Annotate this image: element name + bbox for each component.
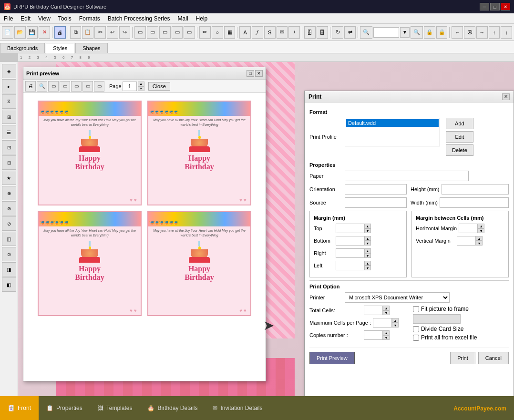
bottom-spinbox[interactable]: 0 ▲ ▼	[336, 236, 371, 246]
horiz-spinbox[interactable]: 6 ▲ ▼	[459, 224, 484, 233]
tab-styles[interactable]: Styles	[46, 43, 74, 53]
top-up[interactable]: ▲	[364, 224, 371, 228]
left-down[interactable]: ▼	[364, 266, 371, 270]
orientation-input[interactable]: Portrait	[345, 184, 407, 195]
copies-arrows[interactable]: ▲ ▼	[383, 330, 390, 340]
left-up[interactable]: ▲	[364, 261, 371, 266]
vert-spinbox[interactable]: 6 ▲ ▼	[457, 236, 483, 246]
arrow-left-btn[interactable]: ←	[452, 26, 463, 39]
total-down[interactable]: ▼	[383, 310, 390, 315]
menu-formats[interactable]: Formats	[75, 14, 104, 23]
menu-help[interactable]: Help	[192, 14, 212, 23]
view-btn4[interactable]: ▭	[172, 26, 183, 39]
preview-close-button[interactable]: Close	[148, 82, 170, 91]
bottom-arrows[interactable]: ▲ ▼	[364, 236, 371, 246]
view-btn1[interactable]: ▭	[134, 26, 146, 39]
total-cells-input[interactable]: 4	[364, 306, 383, 315]
divide-card-checkbox[interactable]	[413, 326, 419, 332]
zoom-in-icon[interactable]: 🔍	[360, 26, 372, 39]
view-btn3[interactable]: ▭	[159, 26, 171, 39]
mail-btn[interactable]: ✉	[277, 26, 288, 39]
profile-item[interactable]: Default.wdd	[346, 119, 439, 127]
top-arrows[interactable]: ▲ ▼	[364, 224, 371, 233]
arrow-up-btn[interactable]: ↑	[489, 26, 500, 39]
print-button[interactable]: Print	[450, 352, 475, 364]
bottom-input[interactable]: 0	[336, 236, 364, 246]
draw-btn[interactable]: ✏	[199, 26, 211, 39]
sidebar-btn-14[interactable]: ◨	[2, 262, 16, 277]
horiz-input[interactable]: 6	[459, 224, 478, 233]
page-down-arrow[interactable]: ▼	[138, 86, 144, 91]
col-btn[interactable]: ⦿	[464, 26, 475, 39]
right-up[interactable]: ▲	[364, 248, 371, 253]
menu-edit[interactable]: Edit	[17, 14, 34, 23]
text-btn[interactable]: A	[239, 26, 251, 39]
menu-file[interactable]: File	[0, 14, 17, 23]
dialog-close-btn[interactable]: ✕	[502, 93, 510, 100]
zoom-out-btn[interactable]: 🔍	[411, 26, 423, 39]
vert-up[interactable]: ▲	[476, 236, 483, 241]
db-btn[interactable]: 🗄	[304, 26, 316, 39]
sidebar-btn-8[interactable]: ★	[2, 171, 16, 185]
max-down[interactable]: ▼	[392, 323, 399, 328]
left-spinbox[interactable]: 0 ▲ ▼	[336, 261, 371, 270]
maximize-button[interactable]: □	[490, 3, 500, 10]
total-cells-spinbox[interactable]: 4 ▲ ▼	[364, 306, 390, 315]
prev-tb-zoom[interactable]: 🔍	[37, 81, 47, 92]
horiz-arrows[interactable]: ▲ ▼	[478, 224, 484, 233]
max-up[interactable]: ▲	[392, 318, 399, 323]
open-button[interactable]: 📂	[14, 26, 26, 39]
vert-arrows[interactable]: ▲ ▼	[476, 236, 483, 246]
horiz-up[interactable]: ▲	[478, 224, 484, 228]
print-all-checkbox[interactable]	[413, 335, 419, 341]
copies-input[interactable]: 1	[364, 330, 383, 340]
prev-tb-view4[interactable]: ▭	[82, 81, 93, 92]
menu-mail[interactable]: Mail	[174, 14, 192, 23]
sidebar-btn-10[interactable]: ⊗	[2, 201, 16, 215]
left-input[interactable]: 0	[336, 261, 364, 270]
print-preview-button[interactable]: Print Preview	[309, 352, 355, 364]
bottom-down[interactable]: ▼	[364, 241, 371, 246]
sidebar-btn-15[interactable]: ◧	[2, 277, 16, 292]
sidebar-btn-9[interactable]: ⊕	[2, 186, 16, 200]
sidebar-btn-4[interactable]: ⊞	[2, 110, 16, 124]
cancel-button[interactable]: Cancel	[478, 352, 509, 364]
arrow-right-btn[interactable]: →	[476, 26, 488, 39]
minimize-button[interactable]: ─	[480, 3, 489, 10]
delete-button[interactable]: ✕	[39, 26, 50, 39]
sidebar-btn-13[interactable]: ⊙	[2, 247, 16, 261]
copy-button[interactable]: ⧉	[70, 26, 82, 39]
refresh-btn[interactable]: ↻	[332, 26, 343, 39]
sidebar-btn-7[interactable]: ⊟	[2, 155, 16, 170]
barcode-btn[interactable]: ▦	[224, 26, 236, 39]
line-btn[interactable]: /	[288, 26, 300, 39]
lock-btn[interactable]: 🔒	[424, 26, 435, 39]
prev-tb-view2[interactable]: ▭	[60, 81, 70, 92]
right-down[interactable]: ▼	[364, 253, 371, 258]
total-cells-arrows[interactable]: ▲ ▼	[383, 306, 390, 315]
height-input[interactable]: 420.116	[442, 184, 509, 195]
print-button[interactable]: 🖨	[54, 26, 66, 39]
right-input[interactable]: 0.508	[336, 248, 364, 258]
left-arrows[interactable]: ▲ ▼	[364, 261, 371, 270]
top-input[interactable]: 0.508	[336, 224, 364, 233]
copies-down[interactable]: ▼	[383, 335, 390, 340]
top-down[interactable]: ▼	[364, 228, 371, 233]
arrow-down-btn[interactable]: ↓	[501, 26, 512, 39]
add-btn[interactable]: Add	[446, 118, 473, 129]
fit-picture-checkbox[interactable]	[413, 306, 419, 312]
sidebar-btn-3[interactable]: ⧖	[2, 94, 16, 109]
bottom-tab-birthday-details[interactable]: 🎂 Birthday Details	[140, 396, 205, 420]
menu-tools[interactable]: Tools	[54, 14, 75, 23]
view-btn5[interactable]: ▭	[184, 26, 195, 39]
max-cells-input[interactable]: 2	[373, 318, 392, 328]
tab-backgrounds[interactable]: Backgrounds	[0, 43, 45, 53]
lock2-btn[interactable]: 🔒	[436, 26, 448, 39]
titlebar-controls[interactable]: ─ □ ✕	[480, 3, 510, 10]
bottom-up[interactable]: ▲	[364, 236, 371, 241]
preview-maximize-btn[interactable]: □	[247, 70, 254, 77]
prev-tb-view1[interactable]: ▭	[48, 81, 59, 92]
db2-btn[interactable]: 🗄	[317, 26, 328, 39]
sidebar-btn-11[interactable]: ⊘	[2, 216, 16, 231]
delete-btn[interactable]: Delete	[446, 144, 473, 156]
